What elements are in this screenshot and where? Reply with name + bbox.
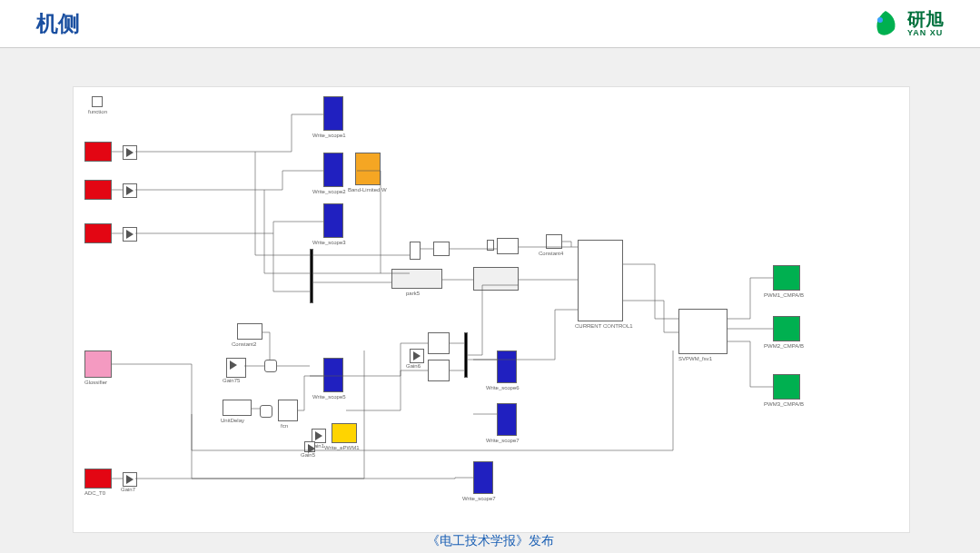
unitdelay-label: UnitDelay [221, 418, 244, 423]
footer: 《电工技术学报》发布 [0, 533, 980, 549]
source-block-1[interactable] [84, 142, 112, 162]
matlab-fcn-1[interactable] [428, 332, 450, 354]
output-1[interactable] [773, 265, 800, 291]
current-control-block[interactable] [578, 240, 623, 321]
output-3[interactable] [773, 374, 800, 400]
gain6-tri[interactable] [410, 349, 424, 363]
scope2-label: Write_scope2 [312, 189, 346, 194]
unit-delay-block[interactable] [223, 400, 252, 416]
source-block-5[interactable] [84, 469, 112, 489]
function-block[interactable] [92, 96, 103, 107]
scope1-label: Write_scope1 [312, 133, 346, 138]
cmd-block[interactable] [391, 269, 442, 289]
svpwm-block[interactable] [678, 309, 728, 354]
small-label-block[interactable] [487, 240, 494, 251]
function-label: function [88, 109, 107, 114]
gain5-label: Gain5 [301, 452, 315, 458]
scope3-label: Write_scope3 [312, 240, 346, 245]
header: 机侧 研旭 YAN XU [0, 0, 980, 48]
svg-point-0 [877, 17, 883, 23]
band-limited-block[interactable] [355, 153, 381, 185]
page-title: 机侧 [36, 9, 80, 38]
current-ctrl-label: CURRENT CONTROL1 [575, 323, 633, 329]
scope-5[interactable] [323, 358, 343, 392]
matlab-fcn-2[interactable] [428, 360, 450, 381]
gain-mid[interactable] [433, 242, 450, 256]
sum-block-1[interactable] [264, 360, 277, 372]
scope7a-label: Write_scope7 [486, 438, 520, 443]
gain7-label: Gain7 [121, 487, 135, 492]
sum-node-1[interactable] [410, 242, 421, 260]
gain75-label: Gain75 [223, 378, 240, 383]
simulink-canvas[interactable]: function Glossifier ADC_T0 Gain7 Write_s… [73, 86, 910, 533]
park-label: park5 [406, 291, 420, 296]
scope5-label: Write_scope5 [312, 394, 346, 400]
gain5-tri[interactable] [304, 441, 315, 452]
logo: 研旭 YAN XU [871, 9, 944, 38]
dq-subsystem[interactable] [473, 267, 519, 291]
mux-bar-2[interactable] [464, 332, 468, 378]
constant2-block[interactable] [237, 323, 262, 340]
gain-tri-1[interactable] [123, 145, 137, 160]
sum-block-2[interactable] [260, 405, 272, 418]
source-block-3[interactable] [84, 223, 112, 243]
scope6-label: Write_scope6 [486, 385, 520, 390]
logo-en: YAN XU [907, 28, 944, 37]
scope-6[interactable] [497, 351, 517, 383]
scope7b-label: Write_scope7 [462, 496, 496, 501]
gain-tri-5[interactable] [123, 472, 137, 487]
fcn-block[interactable] [278, 400, 298, 421]
leaf-icon [871, 9, 900, 38]
constant4-block[interactable] [546, 234, 562, 249]
constant4-label: Constant4 [539, 251, 563, 256]
source4-label: Glossifier [84, 380, 107, 385]
gain75-tri[interactable] [226, 358, 246, 378]
output1-label: PWM1_CMPA/B [764, 292, 804, 298]
scope-7b[interactable] [473, 461, 493, 494]
fcn-label: fcn [281, 423, 288, 429]
yellow-label: Write_ePWM1 [324, 445, 360, 450]
gain-tri-3[interactable] [123, 227, 137, 242]
scope-2[interactable] [323, 153, 343, 187]
output-2[interactable] [773, 316, 800, 341]
logo-cn: 研旭 [907, 10, 944, 28]
scope-7a[interactable] [497, 403, 517, 436]
mux-bar[interactable] [310, 249, 313, 303]
gain-tri-2[interactable] [123, 183, 137, 198]
source5-label: ADC_T0 [84, 490, 105, 496]
scope-1[interactable] [323, 96, 343, 131]
scope-3[interactable] [323, 203, 343, 238]
constant2-label: Constant2 [232, 341, 256, 347]
svpwm-label: SVPWM_fsv1 [678, 356, 712, 361]
gain6-label: Gain6 [406, 363, 421, 369]
output3-label: PWM3_CMPA/B [764, 401, 804, 407]
band-label: Band-Limited W [348, 187, 387, 193]
saturation-block[interactable] [497, 238, 519, 254]
yellow-block[interactable] [332, 423, 357, 443]
source-block-2[interactable] [84, 180, 112, 200]
source-block-4[interactable] [84, 351, 112, 378]
logo-text: 研旭 YAN XU [907, 10, 944, 37]
output2-label: PWM2_CMPA/B [764, 343, 804, 349]
